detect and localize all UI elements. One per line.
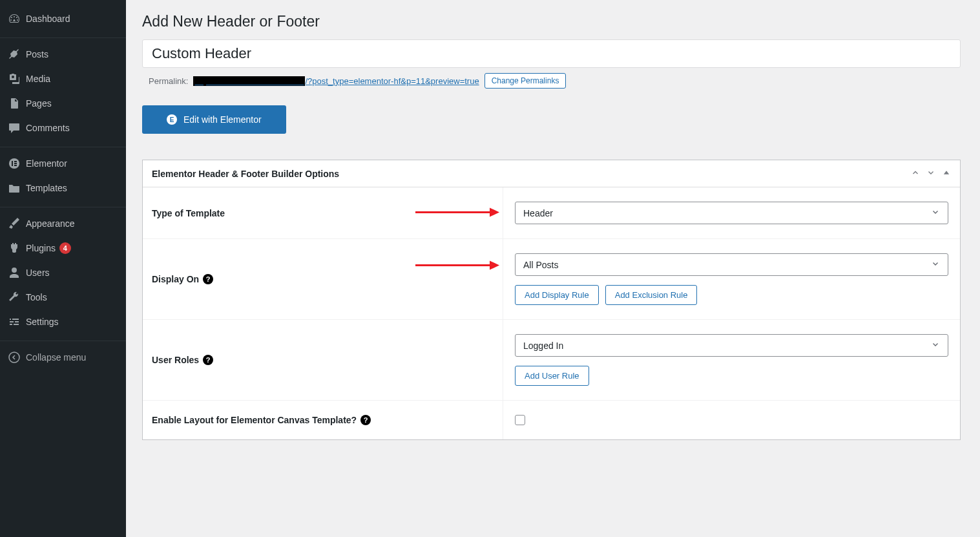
option-value-cell: All Posts Add Display Rule Add Exclusion… [503,239,960,319]
annotation-arrow [415,205,499,220]
wrench-icon [8,291,21,304]
page-icon [8,97,21,110]
sidebar-separator [0,204,126,207]
sidebar-item-elementor[interactable]: Elementor [0,151,126,176]
option-row-user-roles: User Roles ? Logged In Add User Rule [143,320,960,401]
panel-title: Elementor Header & Footer Builder Option… [152,169,339,179]
svg-rect-3 [14,163,17,164]
option-label: Type of Template [152,208,225,218]
panel-controls [911,168,951,179]
sidebar-item-collapse[interactable]: Collapse menu [0,345,126,370]
sidebar-item-dashboard[interactable]: Dashboard [0,6,126,31]
sidebar-item-tools[interactable]: Tools [0,285,126,310]
sidebar-separator [0,35,126,38]
admin-sidebar: Dashboard Posts Media Pages Comments Ele… [0,0,126,537]
sidebar-item-settings[interactable]: Settings [0,310,126,334]
collapse-icon [8,351,21,364]
edit-with-elementor-button[interactable]: E Edit with Elementor [142,105,286,134]
folder-icon [8,182,21,195]
sidebar-item-appearance[interactable]: Appearance [0,211,126,236]
chevron-down-icon [931,340,940,351]
panel-header: Elementor Header & Footer Builder Option… [143,160,960,187]
comment-icon [8,121,21,134]
sidebar-label: Tools [26,292,47,302]
sidebar-separator [0,144,126,147]
annotation-arrow [415,259,499,274]
edit-elementor-label: Edit with Elementor [183,114,262,125]
svg-rect-4 [14,165,17,166]
plugins-badge: 4 [59,242,71,254]
help-icon[interactable]: ? [360,415,371,425]
media-icon [8,72,21,85]
select-value: All Posts [523,260,558,270]
option-label-cell: Enable Layout for Elementor Canvas Templ… [143,401,503,439]
pin-icon [8,48,21,61]
permalink-row: Permalink: https://xxxxxxxxxxxxxxxxxxxx/… [142,73,961,89]
sidebar-item-media[interactable]: Media [0,67,126,91]
sidebar-label: Posts [26,49,48,59]
add-display-rule-button[interactable]: Add Display Rule [515,285,599,305]
panel-toggle-icon[interactable] [942,168,951,179]
option-row-display-on: Display On ? All Posts Add Display Rule … [143,239,960,320]
help-icon[interactable]: ? [203,274,213,284]
select-value: Logged In [523,341,563,351]
dashboard-icon [8,12,21,25]
change-permalinks-button[interactable]: Change Permalinks [485,73,567,89]
user-rule-buttons: Add User Rule [515,366,589,386]
sidebar-separator [0,338,126,341]
svg-point-5 [9,352,19,363]
elementor-logo-icon: E [167,114,177,125]
select-value: Header [523,208,553,218]
svg-marker-9 [490,261,499,270]
svg-rect-1 [12,161,13,166]
permalink-label: Permalink: [149,76,188,86]
user-roles-select[interactable]: Logged In [515,334,948,357]
sidebar-item-pages[interactable]: Pages [0,91,126,116]
option-value-cell: Header [503,187,960,238]
display-on-select[interactable]: All Posts [515,253,948,276]
option-row-canvas: Enable Layout for Elementor Canvas Templ… [143,401,960,439]
sidebar-label: Media [26,74,50,84]
plugin-icon [8,242,21,255]
add-exclusion-rule-button[interactable]: Add Exclusion Rule [605,285,698,305]
sidebar-item-comments[interactable]: Comments [0,116,126,140]
svg-rect-2 [14,161,17,162]
option-value-cell: Logged In Add User Rule [503,320,960,400]
chevron-down-icon [931,207,940,218]
elementor-icon [8,157,21,170]
sidebar-item-posts[interactable]: Posts [0,42,126,67]
title-input[interactable] [142,39,961,68]
help-icon[interactable]: ? [203,355,213,365]
sidebar-label: Collapse menu [26,352,86,363]
sidebar-label: Users [26,268,50,278]
sidebar-label: Comments [26,123,70,133]
option-value-cell [503,401,960,439]
sidebar-label: Templates [26,183,67,193]
options-panel: Elementor Header & Footer Builder Option… [142,160,961,440]
sidebar-label: Dashboard [26,14,70,24]
sidebar-item-plugins[interactable]: Plugins 4 [0,236,126,260]
sidebar-item-templates[interactable]: Templates [0,176,126,200]
option-row-template-type: Type of Template Header [143,187,960,239]
template-type-select[interactable]: Header [515,202,948,224]
sidebar-label: Elementor [26,158,67,169]
option-label: Enable Layout for Elementor Canvas Templ… [152,415,357,425]
option-label-cell: User Roles ? [143,320,503,400]
display-rule-buttons: Add Display Rule Add Exclusion Rule [515,285,697,305]
chevron-down-icon [931,259,940,270]
brush-icon [8,217,21,230]
permalink-link[interactable]: https://xxxxxxxxxxxxxxxxxxxx/?post_type=… [193,76,479,86]
svg-marker-7 [490,207,499,216]
sidebar-label: Pages [26,98,52,109]
panel-down-icon[interactable] [926,168,935,179]
sidebar-label: Appearance [26,218,75,229]
sidebar-label: Plugins [26,243,56,253]
canvas-checkbox[interactable] [515,415,525,425]
main-content: Add New Header or Footer Permalink: http… [126,0,980,537]
permalink-redacted: https://xxxxxxxxxxxxxxxxxxxx [193,76,305,86]
page-title: Add New Header or Footer [142,13,961,30]
panel-up-icon[interactable] [911,168,920,179]
sidebar-item-users[interactable]: Users [0,260,126,285]
option-label-cell: Display On ? [143,239,503,319]
add-user-rule-button[interactable]: Add User Rule [515,366,589,386]
